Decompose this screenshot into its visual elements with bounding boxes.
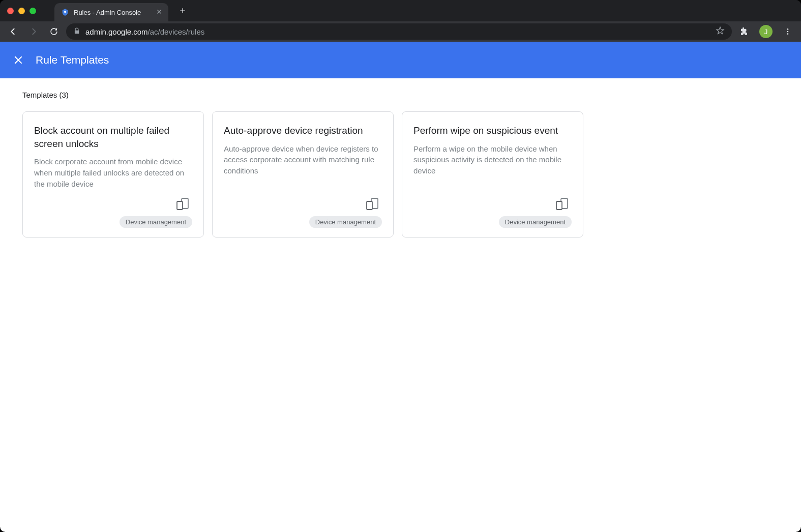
window-minimize-button[interactable] (18, 8, 25, 14)
template-tag: Device management (499, 216, 572, 228)
template-footer: Device management (34, 198, 192, 228)
template-description: Perform a wipe on the mobile device when… (413, 143, 572, 192)
devices-icon (555, 198, 570, 210)
url-domain: admin.google.com (85, 27, 148, 36)
svg-point-1 (787, 28, 789, 30)
template-tag: Device management (309, 216, 382, 228)
template-footer: Device management (413, 198, 572, 228)
tab-title: Rules - Admin Console (74, 9, 152, 16)
reload-button[interactable] (46, 23, 62, 40)
template-title: Auto-approve device registration (224, 124, 382, 137)
svg-point-0 (64, 11, 66, 13)
template-description: Auto-approve device when device register… (224, 143, 382, 192)
url-text: admin.google.com/ac/devices/rules (85, 27, 710, 36)
forward-button[interactable] (25, 23, 42, 40)
window-controls (7, 8, 36, 14)
section-heading: Templates (3) (22, 91, 779, 99)
svg-rect-7 (367, 201, 372, 210)
template-card[interactable]: Auto-approve device registration Auto-ap… (212, 111, 394, 238)
profile-initial: J (764, 28, 768, 36)
svg-point-2 (787, 31, 789, 33)
content-body: Templates (3) Block account on multiple … (0, 78, 801, 250)
tab-close-icon[interactable] (156, 8, 162, 16)
tabs-row: Rules - Admin Console (54, 0, 190, 21)
template-tag: Device management (120, 216, 192, 228)
tab-favicon-icon (61, 8, 70, 17)
address-bar[interactable]: admin.google.com/ac/devices/rules (66, 23, 732, 40)
devices-icon (366, 198, 380, 210)
page-content: Rule Templates Templates (3) Block accou… (0, 42, 801, 532)
template-card[interactable]: Perform wipe on suspicious event Perform… (402, 111, 583, 238)
back-button[interactable] (5, 23, 21, 40)
browser-tab[interactable]: Rules - Admin Console (54, 3, 168, 21)
page-title: Rule Templates (36, 54, 109, 66)
extensions-icon[interactable] (736, 23, 752, 40)
template-footer: Device management (224, 198, 382, 228)
browser-toolbar: admin.google.com/ac/devices/rules J (0, 21, 801, 42)
window-maximize-button[interactable] (29, 8, 36, 14)
bookmark-star-icon[interactable] (716, 26, 725, 38)
titlebar: Rules - Admin Console (0, 0, 801, 21)
svg-rect-5 (177, 201, 183, 210)
template-title: Block account on multiple failed screen … (34, 124, 192, 150)
url-path: /ac/devices/rules (148, 27, 205, 36)
new-tab-button[interactable] (175, 4, 190, 18)
close-page-icon[interactable] (12, 54, 24, 66)
template-card[interactable]: Block account on multiple failed screen … (22, 111, 204, 238)
svg-point-3 (787, 33, 789, 35)
devices-icon (176, 198, 190, 210)
window-close-button[interactable] (7, 8, 14, 14)
browser-window: Rules - Admin Console admin.google. (0, 0, 801, 532)
template-title: Perform wipe on suspicious event (413, 124, 572, 137)
profile-avatar[interactable]: J (759, 25, 773, 38)
browser-menu-icon[interactable] (780, 23, 796, 40)
svg-rect-9 (556, 201, 562, 210)
lock-icon (73, 27, 80, 36)
template-description: Block corporate account from mobile devi… (34, 156, 192, 192)
page-header: Rule Templates (0, 42, 801, 78)
template-cards-row: Block account on multiple failed screen … (22, 111, 779, 238)
